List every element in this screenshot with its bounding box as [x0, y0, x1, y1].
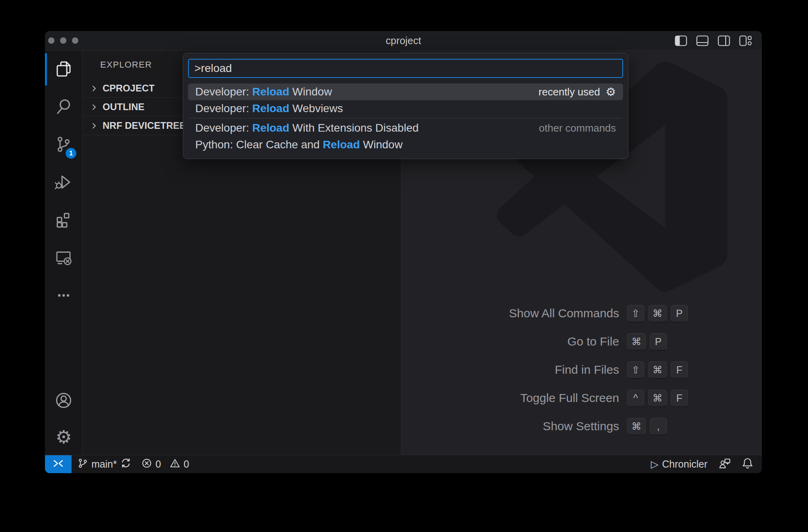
command-list: Developer: Reload Window recently used ⚙… [188, 83, 623, 153]
cmd-key: ⌘ [627, 333, 646, 350]
problems-status-item[interactable]: 0 0 [142, 458, 189, 471]
shortcut-label: Show Settings [543, 419, 619, 433]
more-actions-button[interactable] [45, 277, 82, 315]
cmd-key: ⌘ [648, 390, 667, 406]
command-text: Developer: Reload Window [195, 85, 332, 98]
warning-count: 0 [184, 458, 189, 470]
p-key: P [671, 305, 688, 322]
sidebar-item-remote-explorer[interactable] [45, 239, 82, 277]
f-key: F [671, 390, 688, 406]
shortcut-label: Find in Files [555, 363, 619, 377]
remote-icon [53, 458, 64, 470]
toggle-primary-sidebar-icon[interactable] [675, 35, 687, 46]
search-icon [54, 97, 73, 118]
zoom-button[interactable] [72, 37, 78, 44]
ellipsis-icon [54, 286, 73, 307]
gear-icon: ⚙ [55, 428, 72, 446]
bell-icon [742, 457, 753, 471]
recently-used-label: recently used [538, 86, 600, 98]
warning-icon [170, 458, 180, 471]
comma-key: , [650, 418, 667, 435]
command-palette-input[interactable]: >reload [188, 59, 623, 78]
traffic-lights [48, 31, 78, 50]
chronicler-status-item[interactable]: ▷ Chronicler [651, 458, 707, 470]
sidebar-item-explorer[interactable] [45, 50, 82, 88]
cmd-key: ⌘ [627, 418, 646, 435]
workbench: 1 [45, 50, 762, 455]
shortcut-label: Toggle Full Screen [520, 391, 619, 405]
vscode-window: cproject [45, 31, 762, 473]
shortcut-label: Show All Commands [509, 307, 619, 320]
minimize-button[interactable] [60, 37, 66, 44]
extensions-icon [54, 210, 73, 231]
shortcut-keys: ⇧ ⌘ P [627, 305, 688, 322]
ctrl-key: ^ [627, 390, 644, 406]
title-bar: cproject [45, 31, 762, 50]
error-icon [142, 458, 152, 471]
cmd-key: ⌘ [648, 361, 667, 378]
close-button[interactable] [48, 37, 54, 44]
section-label: CPROJECT [103, 83, 155, 94]
notifications-button[interactable] [742, 457, 753, 471]
command-text: Developer: Reload Webviews [195, 102, 343, 115]
feedback-icon [719, 458, 731, 471]
play-icon: ▷ [651, 459, 658, 469]
remote-explorer-icon [54, 248, 73, 269]
f-key: F [671, 361, 688, 378]
shortcut-keys: ⌘ P [627, 333, 688, 350]
command-item-reload-extensions-disabled[interactable]: Developer: Reload With Extensions Disabl… [188, 120, 623, 136]
cmd-key: ⌘ [648, 305, 667, 322]
gear-icon[interactable]: ⚙ [606, 86, 616, 98]
chevron-right-icon [91, 85, 97, 92]
window-title: cproject [386, 35, 421, 47]
chevron-right-icon [91, 104, 97, 111]
section-label: OUTLINE [103, 101, 144, 113]
shift-key: ⇧ [627, 361, 644, 378]
watermark-shortcuts: Show All Commands ⇧ ⌘ P Go to File ⌘ P F… [509, 305, 688, 435]
list-separator [189, 118, 622, 118]
query-text: >reload [194, 62, 232, 75]
toggle-panel-icon[interactable] [696, 35, 709, 46]
shortcut-keys: ^ ⌘ F [627, 390, 688, 406]
sidebar-item-search[interactable] [45, 88, 82, 126]
chevron-right-icon [91, 122, 97, 129]
activity-bar: 1 [45, 50, 83, 455]
section-label: NRF DEVICETREE [103, 120, 186, 131]
run-debug-icon [54, 173, 73, 193]
toggle-secondary-sidebar-icon[interactable] [718, 35, 730, 46]
customize-layout-icon[interactable] [739, 35, 752, 46]
command-text: Python: Clear Cache and Reload Window [195, 138, 402, 151]
remote-indicator[interactable] [45, 455, 72, 473]
command-text: Developer: Reload With Extensions Disabl… [195, 122, 419, 134]
git-branch-icon [78, 458, 88, 471]
other-commands-label: other commands [539, 122, 616, 134]
chronicler-label: Chronicler [662, 458, 707, 470]
sidebar-item-extensions[interactable] [45, 202, 82, 239]
error-count: 0 [155, 458, 161, 470]
sidebar-item-source-control[interactable]: 1 [45, 126, 82, 164]
files-icon [54, 59, 73, 80]
command-item-reload-webviews[interactable]: Developer: Reload Webviews [188, 100, 623, 117]
shortcut-keys: ⌘ , [627, 418, 688, 435]
feedback-button[interactable] [719, 458, 731, 471]
p-key: P [650, 333, 667, 350]
shortcut-label: Go to File [567, 335, 619, 348]
branch-status-item[interactable]: main* [78, 458, 131, 471]
sync-icon [120, 458, 131, 471]
sidebar-item-run-debug[interactable] [45, 164, 82, 202]
account-icon [54, 391, 73, 412]
scm-badge: 1 [66, 148, 76, 159]
command-palette: >reload Developer: Reload Window recentl… [183, 53, 628, 159]
shift-key: ⇧ [627, 305, 644, 322]
accounts-button[interactable] [45, 383, 82, 419]
shortcut-keys: ⇧ ⌘ F [627, 361, 688, 378]
command-item-reload-window[interactable]: Developer: Reload Window recently used ⚙ [188, 83, 623, 100]
status-bar: main* 0 0 [45, 455, 762, 473]
branch-label: main* [91, 458, 117, 470]
command-item-python-clear-cache[interactable]: Python: Clear Cache and Reload Window [188, 136, 623, 153]
settings-button[interactable]: ⚙ [45, 419, 82, 455]
